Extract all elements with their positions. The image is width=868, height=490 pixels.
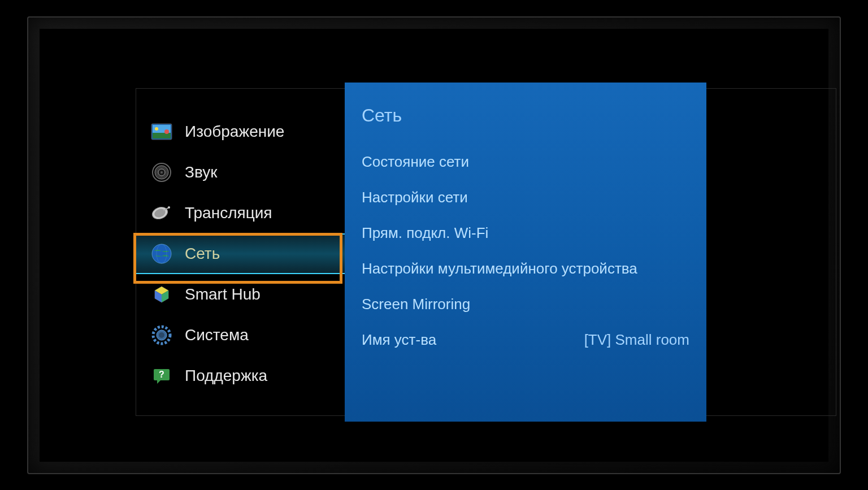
settings-sidebar: Изображение Звук xyxy=(136,88,345,416)
sidebar-item-label: Smart Hub xyxy=(185,285,261,303)
sidebar-item-label: Звук xyxy=(185,163,217,181)
panel-item-device-name[interactable]: Имя уст-ва [TV] Small room xyxy=(362,331,689,349)
sidebar-item-sound[interactable]: Звук xyxy=(136,152,345,193)
sidebar-item-network[interactable]: Сеть xyxy=(136,233,345,274)
globe-icon xyxy=(150,242,173,266)
panel-item-label: Состояние сети xyxy=(362,153,469,171)
svg-point-4 xyxy=(164,129,169,134)
gear-icon xyxy=(150,323,173,347)
panel-item-wifi-direct[interactable]: Прям. подкл. Wi-Fi xyxy=(362,224,689,242)
svg-text:?: ? xyxy=(159,370,164,379)
panel-item-label: Прям. подкл. Wi-Fi xyxy=(362,224,488,242)
sidebar-item-label: Система xyxy=(185,326,249,344)
tv-frame: Изображение Звук xyxy=(27,16,841,474)
cube-icon xyxy=(150,283,173,306)
svg-point-3 xyxy=(155,127,158,131)
network-settings-panel: Сеть Состояние сети Настройки сети Прям.… xyxy=(345,83,706,422)
panel-item-network-settings[interactable]: Настройки сети xyxy=(362,189,689,206)
panel-item-multimedia-device[interactable]: Настройки мультимедийного устройства xyxy=(362,260,689,277)
sidebar-item-label: Трансляция xyxy=(185,204,272,222)
sidebar-item-smarthub[interactable]: Smart Hub xyxy=(136,274,345,315)
sidebar-item-label: Изображение xyxy=(185,123,284,141)
panel-title: Сеть xyxy=(362,105,689,126)
sidebar-item-broadcast[interactable]: Трансляция xyxy=(136,193,345,233)
menu-container: Изображение Звук xyxy=(136,88,746,416)
svg-point-8 xyxy=(160,171,163,174)
sidebar-item-support[interactable]: ? Поддержка xyxy=(136,355,345,396)
panel-item-label: Настройки мультимедийного устройства xyxy=(362,260,637,277)
sidebar-item-label: Сеть xyxy=(185,245,220,263)
question-icon: ? xyxy=(150,364,173,388)
panel-item-label: Настройки сети xyxy=(362,189,468,206)
screen: Изображение Звук xyxy=(40,29,828,462)
panel-item-label: Screen Mirroring xyxy=(362,296,470,313)
sidebar-item-label: Поддержка xyxy=(185,367,267,385)
sidebar-item-system[interactable]: Система xyxy=(136,315,345,355)
panel-item-value: [TV] Small room xyxy=(584,331,689,349)
right-border xyxy=(706,88,836,416)
satellite-icon xyxy=(150,201,173,225)
sidebar-item-picture[interactable]: Изображение xyxy=(136,111,345,152)
svg-rect-2 xyxy=(153,133,171,138)
picture-icon xyxy=(150,120,173,144)
panel-item-network-status[interactable]: Состояние сети xyxy=(362,153,689,171)
sound-icon xyxy=(150,161,173,184)
panel-item-screen-mirroring[interactable]: Screen Mirroring xyxy=(362,296,689,313)
panel-item-label: Имя уст-ва xyxy=(362,331,436,349)
svg-point-18 xyxy=(159,332,164,338)
svg-point-12 xyxy=(168,206,170,209)
